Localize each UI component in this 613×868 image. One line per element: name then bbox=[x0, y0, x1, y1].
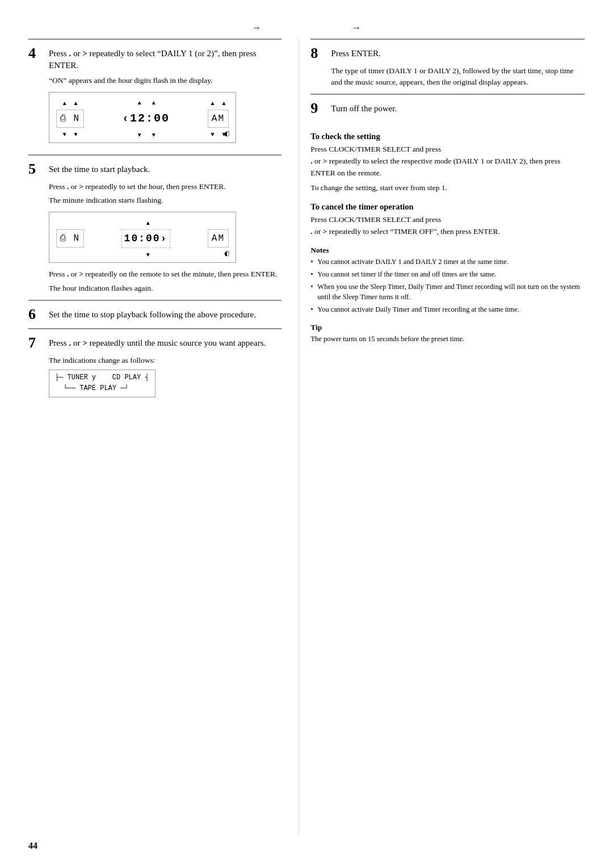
page-number: 44 bbox=[28, 841, 37, 851]
note-item-4: You cannot activate Daily Timer and Time… bbox=[310, 304, 585, 315]
step-7-block: 7 Press . or > repeatedly until the musi… bbox=[28, 328, 282, 402]
step-5-title: Set the time to start playback. bbox=[49, 161, 150, 175]
disp-icon-1: ◐̈ bbox=[224, 129, 230, 139]
step-5-text2: The minute indication starts flashing. bbox=[49, 195, 282, 206]
tip-body: The power turns on 15 seconds before the… bbox=[310, 334, 585, 345]
step-8-block: 8 Press ENTER. The type of timer (DAILY … bbox=[310, 39, 585, 94]
step-4-block: 4 Press . or > repeatedly to select “DAI… bbox=[28, 39, 282, 154]
tip-section: Tip The power turns on 15 seconds before… bbox=[310, 323, 585, 345]
notes-list: You cannot activate DAILY 1 and DAILY 2 … bbox=[310, 257, 585, 315]
step-6-block: 6 Set the time to stop playback followin… bbox=[28, 300, 282, 329]
step-4-number: 4 bbox=[28, 45, 49, 62]
two-col-layout: 4 Press . or > repeatedly to select “DAI… bbox=[28, 39, 585, 834]
step-4-header: 4 Press . or > repeatedly to select “DAI… bbox=[28, 45, 282, 72]
arrow-left: → bbox=[252, 23, 261, 33]
notes-heading: Notes bbox=[310, 246, 585, 255]
step-8-title: Press ENTER. bbox=[331, 45, 381, 60]
step-4-text1: “ON” appears and the hour digits flash i… bbox=[49, 75, 282, 86]
left-column: 4 Press . or > repeatedly to select “DAI… bbox=[28, 39, 299, 834]
check-setting-section: To check the setting Press CLOCK/TIMER S… bbox=[310, 132, 585, 195]
source-line1: ├─ TUNER y CD PLAY ┤ bbox=[55, 372, 149, 383]
step-8-header: 8 Press ENTER. bbox=[310, 45, 585, 62]
display-diagram-2: ⎙ N ▲ 10:00› ▼ AM ◐̈ bbox=[49, 212, 236, 263]
step-9-block: 9 Turn off the power. bbox=[310, 94, 585, 123]
step-5-text3: Press . or > repeatedly on the remote to… bbox=[49, 269, 282, 280]
disp2-right-group: AM bbox=[208, 229, 229, 248]
step-4-title: Press . or > repeatedly to select “DAILY… bbox=[49, 45, 282, 72]
arrow-right: → bbox=[352, 23, 361, 33]
page-container: → → 4 Press . or > repeatedly to select … bbox=[0, 0, 613, 868]
cancel-timer-body: Press CLOCK/TIMER SELECT and press. or >… bbox=[310, 214, 585, 238]
note-item-3: When you use the Sleep Timer, Daily Time… bbox=[310, 282, 585, 303]
source-line2: └── TAPE PLAY ─┘ bbox=[55, 383, 149, 394]
step-7-number: 7 bbox=[28, 335, 49, 351]
disp-icon-2: ◐̈ bbox=[224, 249, 230, 258]
note-item-2: You cannot set timer if the timer on and… bbox=[310, 269, 585, 280]
check-setting-heading: To check the setting bbox=[310, 132, 585, 141]
disp2-left-group: ⎙ N bbox=[56, 229, 84, 248]
step-4-body: “ON” appears and the hour digits flash i… bbox=[49, 75, 282, 143]
step-5-block: 5 Set the time to start playback. Press … bbox=[28, 154, 282, 300]
step-9-title: Turn off the power. bbox=[331, 100, 397, 115]
cancel-timer-heading: To cancel the timer operation bbox=[310, 202, 585, 212]
step-5-body: Press . or > repeatedly to set the hour,… bbox=[49, 181, 282, 294]
display-diagram-1: ▲ ▲ ⎙ N ▼ ▼ ▲ ▲ ‹12:00 ▼ ▼ bbox=[49, 92, 236, 143]
check-setting-body2: To change the setting, start over from s… bbox=[310, 182, 585, 194]
step-8-body: The type of timer (DAILY 1 or DAILY 2), … bbox=[331, 65, 585, 89]
top-arrows: → → bbox=[28, 23, 585, 33]
step-7-title: Press . or > repeatedly until the music … bbox=[49, 335, 266, 349]
step-8-number: 8 bbox=[310, 45, 331, 62]
step-9-number: 9 bbox=[310, 100, 331, 117]
step-5-text1: Press . or > repeatedly to set the hour,… bbox=[49, 181, 282, 192]
check-setting-body: Press CLOCK/TIMER SELECT and press. or >… bbox=[310, 144, 585, 179]
step-5-header: 5 Set the time to start playback. bbox=[28, 161, 282, 178]
step-6-header: 6 Set the time to stop playback followin… bbox=[28, 307, 282, 323]
step-9-header: 9 Turn off the power. bbox=[310, 100, 585, 117]
notes-section: Notes You cannot activate DAILY 1 and DA… bbox=[310, 246, 585, 315]
note-item-1: You cannot activate DAILY 1 and DAILY 2 … bbox=[310, 257, 585, 267]
step-5-number: 5 bbox=[28, 161, 49, 178]
source-diagram: ├─ TUNER y CD PLAY ┤ └── TAPE PLAY ─┘ bbox=[49, 370, 156, 397]
step-5-text4: The hour indication flashes again. bbox=[49, 283, 282, 294]
step-6-number: 6 bbox=[28, 307, 49, 323]
step-6-title: Set the time to stop playback following … bbox=[49, 307, 256, 321]
disp2-center-group: ▲ 10:00› ▼ bbox=[121, 219, 171, 259]
step-7-header: 7 Press . or > repeatedly until the musi… bbox=[28, 335, 282, 351]
disp-left-group: ▲ ▲ ⎙ N ▼ ▼ bbox=[56, 99, 84, 139]
tip-heading: Tip bbox=[310, 323, 585, 332]
step-7-text1: The indications change as follows: bbox=[49, 355, 282, 366]
cancel-timer-section: To cancel the timer operation Press CLOC… bbox=[310, 202, 585, 238]
disp-center-group: ▲ ▲ ‹12:00 ▼ ▼ bbox=[120, 98, 172, 139]
right-column: 8 Press ENTER. The type of timer (DAILY … bbox=[299, 39, 585, 834]
step-7-body: The indications change as follows: ├─ TU… bbox=[49, 355, 282, 397]
step-8-text: The type of timer (DAILY 1 or DAILY 2), … bbox=[331, 65, 585, 89]
